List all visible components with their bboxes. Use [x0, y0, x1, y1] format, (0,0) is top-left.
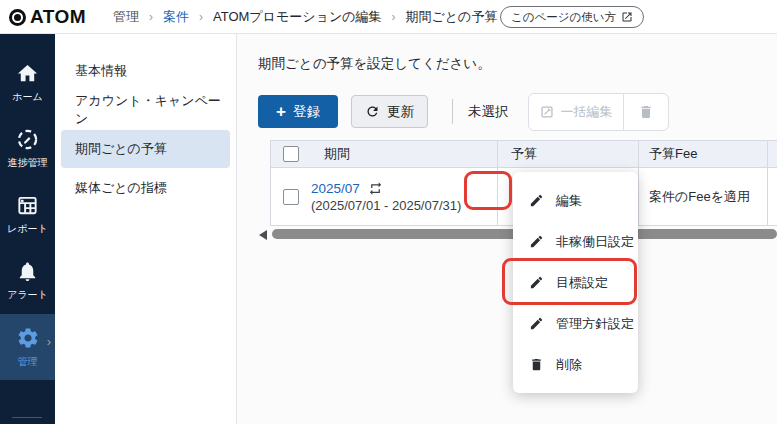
trash-icon: [529, 357, 544, 372]
period-link[interactable]: 2025/07: [311, 181, 360, 196]
column-header-period: 期間: [311, 141, 498, 167]
sidebar-item-label: ホーム: [12, 90, 42, 104]
extra-cell: [768, 168, 777, 225]
sidebar-item-report[interactable]: レポート: [0, 182, 55, 248]
sidebar-divider: [12, 417, 42, 418]
report-icon: [16, 194, 39, 217]
atom-logo-text: ATOM: [30, 6, 86, 28]
sidebar-item-management[interactable]: › 管理: [0, 314, 55, 380]
budget-fee-cell: 案件のFeeを適用: [639, 168, 768, 225]
menu-item-label: 非稼働日設定: [556, 233, 634, 251]
breadcrumb-item-promotion-edit[interactable]: ATOMプロモーションの編集: [213, 8, 382, 26]
selection-status: 未選択: [468, 95, 509, 128]
register-label: 登録: [293, 103, 320, 121]
chevron-right-icon: ›: [149, 10, 153, 24]
plus-icon: +: [276, 103, 286, 120]
refresh-button[interactable]: 更新: [351, 95, 428, 128]
delete-selected-button[interactable]: [623, 94, 668, 130]
toolbar-divider: [452, 99, 453, 124]
home-icon: [16, 62, 39, 85]
scroll-left-arrow[interactable]: [259, 230, 267, 240]
column-header-extra: [768, 141, 777, 167]
subnav-item-media-metrics[interactable]: 媒体ごとの指標: [61, 169, 230, 207]
main-content: 期間ごとの予算を設定してください。 + 登録 更新 未選択 一括編集: [237, 34, 777, 424]
atom-logo-icon: [9, 9, 26, 26]
menu-item-label: 編集: [556, 192, 582, 210]
app-window: ATOM 管理 › 案件 › ATOMプロモーションの編集 › 期間ごとの予算 …: [0, 0, 777, 424]
top-bar: ATOM 管理 › 案件 › ATOMプロモーションの編集 › 期間ごとの予算 …: [0, 0, 777, 34]
bulk-actions-group: 一括編集: [528, 93, 669, 131]
alert-icon: [16, 260, 39, 283]
page-instruction: 期間ごとの予算を設定してください。: [258, 55, 491, 73]
sidebar-item-label: アラート: [7, 288, 48, 302]
period-text: 2025/07 (2025/07/01 - 2025/07/31): [311, 181, 461, 213]
bulk-edit-button[interactable]: 一括編集: [529, 94, 623, 130]
sidebar-item-label: 管理: [18, 355, 38, 369]
pencil-icon: [529, 316, 544, 331]
repeat-icon: [368, 181, 383, 196]
pencil-icon: [529, 234, 544, 249]
menu-item-delete[interactable]: 削除: [513, 344, 638, 385]
select-all-checkbox[interactable]: [283, 146, 299, 162]
row-actions-menu: 編集 非稼働日設定 目標設定 管理方針設定 削除: [513, 172, 638, 393]
subnav-item-period-budget[interactable]: 期間ごとの予算: [61, 130, 230, 168]
menu-item-non-working-days[interactable]: 非稼働日設定: [513, 221, 638, 262]
bulk-edit-label: 一括編集: [561, 103, 613, 121]
gear-icon: [16, 326, 40, 350]
menu-item-label: 目標設定: [556, 274, 608, 292]
subnav-item-basic-info[interactable]: 基本情報: [61, 52, 230, 90]
section-sidebar: 基本情報 アカウント・キャンペーン 期間ごとの予算 媒体ごとの指標: [55, 34, 237, 424]
sidebar-item-progress[interactable]: 進捗管理: [0, 116, 55, 182]
sidebar-item-alert[interactable]: アラート: [0, 248, 55, 314]
chevron-right-icon: ›: [199, 10, 203, 24]
period-range: (2025/07/01 - 2025/07/31): [311, 198, 461, 213]
page-help-button[interactable]: このページの使い方: [500, 6, 644, 28]
menu-item-label: 管理方針設定: [556, 315, 634, 333]
breadcrumb-item-kanri[interactable]: 管理: [113, 8, 139, 26]
subnav-item-account-campaign[interactable]: アカウント・キャンペーン: [61, 91, 230, 129]
refresh-label: 更新: [387, 103, 414, 121]
edit-box-icon: [540, 105, 554, 119]
sidebar-item-label: レポート: [7, 222, 48, 236]
external-link-icon: [621, 11, 633, 23]
chevron-right-icon: ›: [392, 10, 396, 24]
main-sidebar: ホーム 進捗管理 レポート アラート › 管理: [0, 34, 55, 424]
atom-logo: ATOM: [9, 6, 86, 28]
sidebar-item-home[interactable]: ホーム: [0, 50, 55, 116]
breadcrumb: 管理 › 案件 › ATOMプロモーションの編集 › 期間ごとの予算: [113, 0, 497, 33]
menu-item-edit[interactable]: 編集: [513, 180, 638, 221]
period-cell: 2025/07 (2025/07/01 - 2025/07/31): [311, 168, 498, 225]
row-checkbox[interactable]: [283, 189, 299, 205]
breadcrumb-item-anken[interactable]: 案件: [163, 8, 189, 26]
progress-icon: [16, 128, 39, 151]
header-checkbox-cell: [271, 141, 311, 167]
sidebar-item-label: 進捗管理: [8, 156, 48, 170]
row-checkbox-cell: [271, 168, 311, 225]
menu-item-management-policy[interactable]: 管理方針設定: [513, 303, 638, 344]
trash-icon: [638, 104, 654, 120]
chevron-right-icon: ›: [47, 334, 51, 349]
column-header-budget-fee: 予算Fee: [639, 141, 768, 167]
register-button[interactable]: + 登録: [258, 95, 338, 128]
pencil-icon: [529, 193, 544, 208]
pencil-icon: [529, 275, 544, 290]
breadcrumb-item-period-budget: 期間ごとの予算: [406, 8, 498, 26]
column-header-budget: 予算: [498, 141, 639, 167]
menu-item-goal-setting[interactable]: 目標設定: [513, 262, 638, 303]
refresh-icon: [365, 104, 380, 119]
menu-item-label: 削除: [556, 356, 582, 374]
table-header-row: 期間 予算 予算Fee: [270, 140, 777, 168]
page-help-label: このページの使い方: [511, 10, 616, 25]
fee-note: 案件のFeeを適用: [649, 188, 750, 206]
